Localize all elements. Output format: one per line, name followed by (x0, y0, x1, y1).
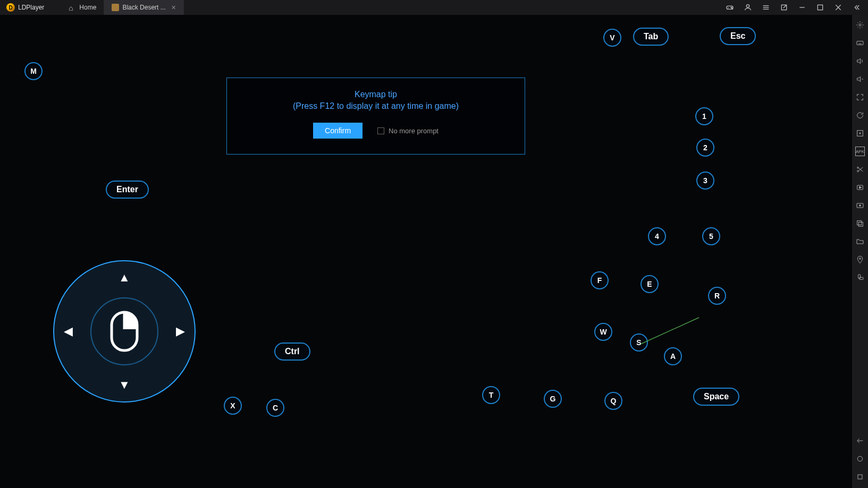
key-1[interactable]: 1 (695, 107, 713, 125)
svg-rect-33 (857, 221, 862, 225)
home-icon (69, 4, 76, 11)
svg-line-26 (858, 168, 863, 172)
game-stage: M Enter V Tab Esc 1 2 3 4 5 F E R W S A … (0, 15, 852, 488)
fullscreen-icon[interactable] (855, 92, 865, 102)
tabs-row: Home Black Desert ... ✕ (61, 0, 183, 15)
scissors-icon[interactable] (855, 165, 865, 174)
key-t[interactable]: T (482, 386, 500, 404)
key-3[interactable]: 3 (696, 172, 714, 190)
key-g[interactable]: G (544, 390, 562, 408)
arrow-up-icon: ▲ (119, 271, 130, 285)
key-a[interactable]: A (664, 347, 682, 365)
settings-gear-icon[interactable] (855, 20, 865, 30)
key-2[interactable]: 2 (696, 139, 714, 157)
tab-black-desert[interactable]: Black Desert ... ✕ (104, 0, 183, 15)
no-more-prompt[interactable]: No more prompt (377, 127, 439, 135)
popup-subtitle: (Press F12 to display it at any time in … (293, 100, 459, 112)
key-5[interactable]: 5 (702, 227, 720, 245)
location-pin-icon[interactable] (855, 255, 865, 264)
svg-rect-11 (818, 5, 822, 10)
home-triangle-icon[interactable] (855, 454, 865, 464)
svg-point-25 (857, 170, 859, 172)
key-enter[interactable]: Enter (106, 181, 149, 199)
record-icon[interactable] (855, 183, 865, 192)
volume-up-icon[interactable] (855, 56, 865, 66)
svg-point-34 (859, 258, 861, 260)
titlebar: D LDPlayer Home Black Desert ... ✕ (0, 0, 868, 15)
minimize-icon[interactable] (798, 3, 806, 12)
tab-label: Black Desert ... (122, 4, 165, 11)
arrow-down-icon: ▼ (119, 378, 130, 392)
popup-title: Keymap tip (293, 89, 459, 100)
ldplayer-logo-icon: D (6, 3, 15, 12)
key-q[interactable]: Q (604, 392, 622, 410)
svg-line-39 (641, 318, 699, 344)
maximize-icon[interactable] (816, 3, 824, 12)
key-v[interactable]: V (603, 29, 621, 47)
svg-point-24 (857, 167, 859, 168)
joystick-wheel[interactable]: ▲ ▼ ◀ ▶ (53, 260, 196, 403)
game-icon (112, 4, 119, 11)
app-name: LDPlayer (18, 4, 44, 11)
copy-icon[interactable] (855, 219, 865, 228)
confirm-button[interactable]: Confirm (313, 123, 363, 139)
mouse-icon (109, 310, 139, 353)
key-e[interactable]: E (641, 275, 659, 293)
recent-square-icon[interactable] (855, 472, 865, 482)
svg-point-37 (857, 456, 862, 461)
arrow-right-icon: ▶ (176, 324, 185, 338)
svg-line-27 (858, 167, 863, 171)
key-tab[interactable]: Tab (633, 28, 669, 46)
popup-text: Keymap tip (Press F12 to display it at a… (293, 89, 459, 112)
key-ctrl[interactable]: Ctrl (274, 343, 310, 361)
user-icon[interactable] (744, 3, 752, 12)
svg-rect-38 (858, 475, 862, 479)
right-toolbar: APK (852, 15, 868, 488)
key-m[interactable]: M (24, 62, 43, 80)
key-esc[interactable]: Esc (720, 27, 756, 45)
checkbox-icon[interactable] (377, 127, 384, 134)
refresh-icon[interactable] (855, 110, 865, 120)
apk-icon[interactable]: APK (855, 147, 865, 156)
key-f[interactable]: F (591, 271, 609, 289)
keyboard-icon[interactable] (855, 38, 865, 48)
titlebar-right (718, 3, 868, 12)
popup-row: Confirm No more prompt (313, 123, 439, 139)
svg-point-4 (731, 8, 732, 8)
key-r[interactable]: R (708, 287, 726, 305)
tab-home[interactable]: Home (61, 0, 104, 15)
key-w[interactable]: W (594, 323, 612, 341)
screenshot-icon[interactable] (855, 201, 865, 210)
svg-rect-32 (858, 222, 863, 226)
back-arrow-icon[interactable] (855, 436, 865, 446)
add-window-icon[interactable] (855, 129, 865, 138)
svg-rect-15 (857, 41, 863, 45)
popout-icon[interactable] (780, 3, 788, 12)
trace-line (638, 315, 702, 347)
svg-point-31 (859, 205, 861, 207)
rotate-icon[interactable] (855, 273, 865, 282)
svg-point-14 (859, 24, 861, 26)
svg-marker-29 (859, 186, 862, 189)
tab-label: Home (79, 4, 96, 11)
close-icon[interactable] (834, 3, 842, 12)
folder-icon[interactable] (855, 237, 865, 246)
no-more-label: No more prompt (389, 127, 439, 135)
key-4[interactable]: 4 (648, 227, 666, 245)
joystick-inner (90, 297, 158, 365)
key-x[interactable]: X (224, 397, 242, 415)
svg-point-5 (746, 5, 749, 7)
menu-icon[interactable] (762, 3, 770, 12)
gamepad-icon[interactable] (726, 3, 734, 12)
key-space[interactable]: Space (693, 388, 739, 406)
arrow-left-icon: ◀ (64, 324, 73, 338)
tab-close-icon[interactable]: ✕ (171, 4, 176, 11)
keymap-tip-popup: Keymap tip (Press F12 to display it at a… (226, 78, 525, 155)
collapse-icon[interactable] (852, 3, 861, 12)
key-c[interactable]: C (266, 399, 284, 417)
app-brand: D LDPlayer (0, 3, 50, 12)
volume-down-icon[interactable] (855, 74, 865, 84)
